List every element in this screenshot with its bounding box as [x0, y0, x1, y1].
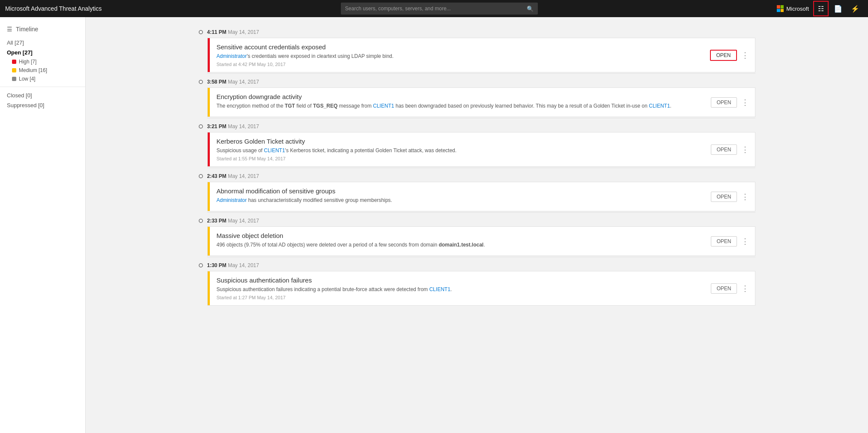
event-link-client1-3[interactable]: CLIENT1 [264, 147, 285, 153]
time-group-2: 3:58 PM May 14, 2017 Encryption downgrad… [199, 79, 755, 117]
more-options-button-1[interactable]: ⋮ [739, 50, 752, 61]
topbar-right: Microsoft ☷ 📄 ⚡ [777, 1, 863, 16]
event-desc-1: Administrator's credentials were exposed… [217, 52, 700, 60]
event-started-6: Started at 1:27 PM May 14, 2017 [217, 295, 701, 300]
event-desc-5: 496 objects (9.75% of total AD objects) … [217, 241, 701, 249]
event-link-client1-6[interactable]: CLIENT1 [429, 286, 450, 292]
open-button-6[interactable]: OPEN [711, 283, 737, 294]
divider-1 [207, 73, 755, 74]
sidebar-item-suppressed[interactable]: Suppressed [0] [0, 100, 85, 110]
event-desc-6: Suspicious authentication failures indic… [217, 286, 701, 293]
event-title-2: Encryption downgrade activity [217, 93, 701, 100]
event-card-3: Kerberos Golden Ticket activity Suspicio… [207, 132, 755, 167]
event-link-client1-2b[interactable]: CLIENT1 [649, 103, 670, 109]
event-title-1: Sensitive account credentials exposed [217, 43, 700, 51]
microsoft-label: Microsoft [786, 6, 809, 12]
notifications-button[interactable]: 📄 [830, 1, 846, 16]
high-severity-dot [12, 60, 16, 64]
more-options-button-2[interactable]: ⋮ [739, 97, 752, 108]
divider-4 [207, 212, 755, 213]
event-actions-3: OPEN ⋮ [707, 132, 755, 166]
timeline: 4:11 PM May 14, 2017 Sensitive account c… [199, 29, 755, 306]
event-actions-6: OPEN ⋮ [707, 271, 755, 305]
event-card-4: Abnormal modification of sensitive group… [207, 182, 755, 211]
event-title-3: Kerberos Golden Ticket activity [217, 138, 701, 145]
time-dot-3 [199, 124, 203, 129]
event-started-1: Started at 4:42 PM May 10, 2017 [217, 62, 700, 67]
open-button-2[interactable]: OPEN [711, 97, 737, 108]
sidebar-item-low[interactable]: Low [4] [0, 75, 85, 83]
more-options-button-5[interactable]: ⋮ [739, 236, 752, 247]
event-link-administrator-1[interactable]: Administrator [217, 53, 247, 59]
time-label-6: 1:30 PM May 14, 2017 [199, 262, 755, 268]
time-label-4: 2:43 PM May 14, 2017 [199, 173, 755, 179]
more-options-button-3[interactable]: ⋮ [739, 144, 752, 155]
time-text-2: 3:58 PM May 14, 2017 [207, 79, 259, 85]
time-label-5: 2:33 PM May 14, 2017 [199, 218, 755, 224]
sidebar-title: Timeline [16, 26, 38, 33]
ms-grid-icon [777, 5, 784, 12]
document-icon: 📄 [834, 5, 842, 13]
time-text-4: 2:43 PM May 14, 2017 [207, 173, 259, 179]
search-icon: 🔍 [527, 6, 534, 12]
time-dot-6 [199, 263, 203, 268]
open-button-5[interactable]: OPEN [711, 236, 737, 247]
time-label-1: 4:11 PM May 14, 2017 [199, 29, 755, 35]
medium-severity-dot [12, 68, 16, 72]
time-group-6: 1:30 PM May 14, 2017 Suspicious authenti… [199, 262, 755, 306]
time-dot-4 [199, 174, 203, 178]
event-started-3: Started at 1:55 PM May 14, 2017 [217, 156, 701, 161]
sidebar: ☰ Timeline All [27] Open [27] High [7] M… [0, 17, 86, 433]
event-actions-5: OPEN ⋮ [707, 227, 755, 256]
divider-3 [207, 168, 755, 168]
time-label-3: 3:21 PM May 14, 2017 [199, 123, 755, 129]
app-title: Microsoft Advanced Threat Analytics [5, 5, 101, 12]
search-area: 🔍 [101, 3, 777, 15]
search-box[interactable]: 🔍 [341, 3, 538, 15]
event-card-5: Massive object deletion 496 objects (9.7… [207, 226, 755, 256]
sidebar-header: ☰ Timeline [0, 24, 85, 38]
open-button-1[interactable]: OPEN [710, 50, 737, 61]
list-view-button[interactable]: ☷ [813, 1, 829, 16]
list-icon: ☷ [818, 5, 824, 13]
event-title-5: Massive object deletion [217, 232, 701, 239]
event-body-3: Kerberos Golden Ticket activity Suspicio… [210, 132, 708, 166]
event-desc-4: Administrator has uncharacteristically m… [217, 196, 701, 204]
event-link-administrator-4[interactable]: Administrator [217, 197, 247, 203]
time-dot-5 [199, 219, 203, 223]
event-actions-1: OPEN ⋮ [707, 38, 755, 72]
event-title-4: Abnormal modification of sensitive group… [217, 187, 701, 195]
event-body-2: Encryption downgrade activity The encryp… [210, 88, 708, 117]
event-body-5: Massive object deletion 496 objects (9.7… [210, 227, 708, 256]
event-body-4: Abnormal modification of sensitive group… [210, 182, 708, 211]
sidebar-item-all[interactable]: All [27] [0, 38, 85, 48]
open-button-3[interactable]: OPEN [711, 144, 737, 155]
divider-5 [207, 257, 755, 257]
sidebar-item-high[interactable]: High [7] [0, 57, 85, 66]
time-dot-2 [199, 80, 203, 84]
time-group-1: 4:11 PM May 14, 2017 Sensitive account c… [199, 29, 755, 72]
time-text-5: 2:33 PM May 14, 2017 [207, 218, 259, 224]
activity-icon: ⚡ [851, 5, 859, 13]
event-desc-2: The encryption method of the TGT field o… [217, 102, 701, 110]
sidebar-item-open[interactable]: Open [27] [0, 48, 85, 57]
time-group-3: 3:21 PM May 14, 2017 Kerberos Golden Tic… [199, 123, 755, 167]
sidebar-item-closed[interactable]: Closed [0] [0, 90, 85, 100]
time-text-3: 3:21 PM May 14, 2017 [207, 123, 259, 129]
event-card-6: Suspicious authentication failures Suspi… [207, 271, 755, 306]
event-body-1: Sensitive account credentials exposed Ad… [210, 38, 707, 72]
microsoft-logo: Microsoft [777, 5, 809, 12]
sidebar-item-medium[interactable]: Medium [16] [0, 66, 85, 75]
open-button-4[interactable]: OPEN [711, 192, 737, 202]
more-options-button-4[interactable]: ⋮ [739, 191, 752, 202]
sidebar-divider-1 [0, 87, 85, 87]
time-dot-1 [199, 30, 203, 34]
event-link-client1-2a[interactable]: CLIENT1 [373, 103, 394, 109]
event-actions-4: OPEN ⋮ [707, 182, 755, 211]
time-text-1: 4:11 PM May 14, 2017 [207, 29, 259, 35]
more-options-button-6[interactable]: ⋮ [739, 283, 752, 294]
activity-button[interactable]: ⚡ [847, 1, 863, 16]
search-input[interactable] [345, 6, 527, 12]
divider-2 [207, 118, 755, 118]
low-severity-dot [12, 77, 16, 81]
